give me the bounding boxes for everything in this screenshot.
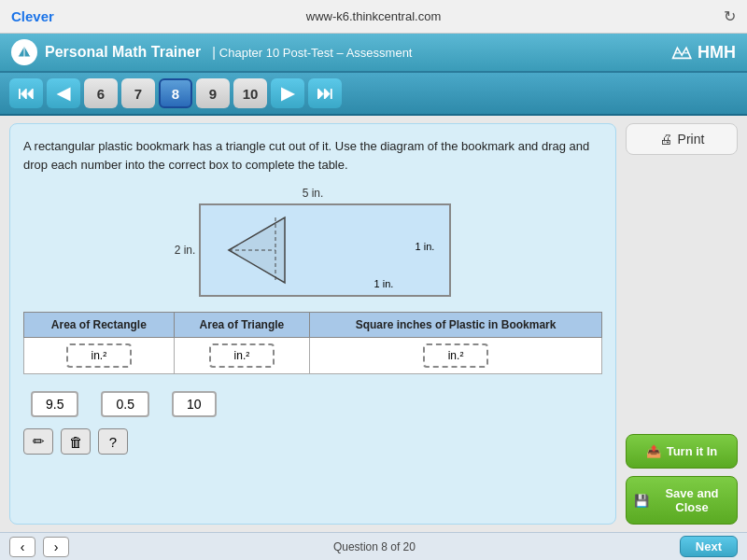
question-panel: A rectangular plastic bookmark has a tri… — [9, 123, 616, 525]
main-content: A rectangular plastic bookmark has a tri… — [0, 116, 747, 532]
browser-bar: Clever www-k6.thinkcentral.com ↻ — [0, 0, 747, 34]
print-icon: 🖨 — [659, 132, 672, 147]
print-button[interactable]: 🖨 Print — [626, 123, 738, 155]
draggable-numbers: 9.5 0.5 10 — [23, 391, 602, 417]
question-counter: Question 8 of 20 — [333, 540, 416, 553]
nav-number-8[interactable]: 8 — [159, 78, 192, 108]
nav-last-button[interactable]: ⏭ — [308, 78, 342, 108]
table-row: in.² in.² in.² — [24, 338, 602, 374]
bottom-bar: ‹ › Question 8 of 20 Next — [0, 532, 747, 560]
drop-box-2-unit: in.² — [234, 349, 250, 362]
diagram-label-left: 2 in. — [175, 244, 196, 257]
separator: | — [212, 45, 216, 60]
help-tool-button[interactable]: ? — [98, 428, 128, 455]
diagram-container: 5 in. 2 in. 1 in. 1 in. — [23, 187, 602, 297]
print-label: Print — [678, 132, 705, 147]
trainer-title: Personal Math Trainer — [45, 44, 201, 61]
nav-prev-button[interactable]: ◀ — [47, 78, 80, 108]
right-sidebar: 🖨 Print 📤 Turn it In 💾 Save and Close — [626, 123, 738, 525]
drop-box-3-unit: in.² — [448, 349, 464, 362]
turn-in-button[interactable]: 📤 Turn it In — [626, 434, 738, 469]
hmh-logo: HMH — [671, 43, 736, 63]
bottom-prev-button[interactable]: ‹ — [9, 537, 35, 557]
nav-first-button[interactable]: ⏮ — [9, 78, 43, 108]
tools-bar: ✏ 🗑 ? — [23, 428, 602, 455]
triangle-diagram — [219, 208, 313, 292]
diagram-label-top: 5 in. — [303, 187, 324, 200]
turn-in-label: Turn it In — [667, 444, 718, 458]
bookmark-diagram: 1 in. 1 in. — [199, 203, 451, 297]
bottom-next-button[interactable]: › — [43, 537, 69, 557]
data-table: Area of Rectangle Area of Triangle Squar… — [23, 312, 602, 374]
nav-next-button[interactable]: ▶ — [271, 78, 304, 108]
table-cell-1: in.² — [24, 338, 175, 374]
drag-number-2[interactable]: 0.5 — [101, 391, 148, 417]
save-close-label: Save and Close — [655, 486, 729, 514]
nav-number-6[interactable]: 6 — [84, 78, 118, 108]
table-cell-2: in.² — [174, 338, 309, 374]
browser-url: www-k6.thinkcentral.com — [306, 9, 442, 23]
label-1in-right: 1 in. — [416, 241, 435, 252]
save-close-button[interactable]: 💾 Save and Close — [626, 476, 738, 525]
drag-number-3[interactable]: 10 — [172, 391, 217, 417]
app-logo-icon — [11, 39, 37, 65]
question-text: A rectangular plastic bookmark has a tri… — [23, 137, 602, 174]
navigation-bar: ⏮ ◀ 6 7 8 9 10 ▶ ⏭ — [0, 73, 747, 116]
refresh-icon[interactable]: ↻ — [724, 7, 736, 25]
table-header-3: Square inches of Plastic in Bookmark — [310, 313, 602, 338]
turn-in-icon: 📤 — [646, 444, 661, 458]
save-close-icon: 💾 — [634, 494, 649, 508]
diagram-wrapper: 2 in. 1 in. 1 in. — [175, 203, 452, 297]
drop-box-1-unit: in.² — [92, 349, 107, 362]
pencil-tool-button[interactable]: ✏ — [23, 428, 53, 455]
nav-number-10[interactable]: 10 — [233, 78, 267, 108]
app-header: Personal Math Trainer | Chapter 10 Post-… — [0, 34, 747, 73]
table-header-1: Area of Rectangle — [24, 313, 175, 338]
drop-box-1[interactable]: in.² — [66, 343, 132, 368]
table-cell-3: in.² — [310, 338, 602, 374]
clever-logo: Clever — [11, 8, 54, 24]
drop-box-2[interactable]: in.² — [209, 343, 275, 368]
nav-number-9[interactable]: 9 — [196, 78, 230, 108]
label-1in-bottom: 1 in. — [374, 278, 394, 289]
trash-tool-button[interactable]: 🗑 — [61, 428, 91, 455]
chapter-title: Chapter 10 Post-Test – Assessment — [219, 46, 413, 60]
drag-number-1[interactable]: 9.5 — [31, 391, 78, 417]
table-header-2: Area of Triangle — [174, 313, 309, 338]
next-button[interactable]: Next — [680, 536, 738, 557]
nav-number-7[interactable]: 7 — [121, 78, 155, 108]
drop-box-3[interactable]: in.² — [423, 343, 488, 368]
